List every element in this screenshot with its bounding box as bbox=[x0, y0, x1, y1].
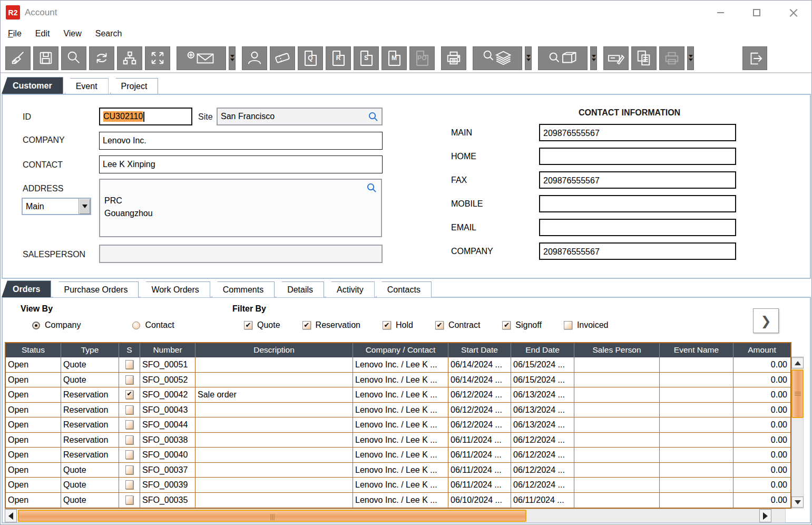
horizontal-scroll-thumb[interactable] bbox=[18, 510, 526, 522]
table-row[interactable]: OpenReservationSFO_00040Lenovo Inc. / Le… bbox=[6, 448, 790, 463]
column-header-company-contact[interactable]: Company / Contact bbox=[353, 343, 448, 357]
checkbox-hold-checked[interactable] bbox=[383, 321, 391, 329]
maximize-button[interactable] bbox=[751, 7, 762, 18]
search-stack-button[interactable] bbox=[472, 46, 523, 71]
table-row[interactable]: OpenQuoteSFO_00035Lenovo Inc. / Lee K ..… bbox=[6, 493, 790, 508]
minimize-button[interactable] bbox=[715, 7, 726, 18]
tab-purchase-orders[interactable]: Purchase Orders bbox=[53, 281, 139, 297]
home-field[interactable] bbox=[539, 148, 736, 165]
rename-button[interactable] bbox=[603, 46, 629, 71]
vertical-scroll-thumb[interactable] bbox=[791, 370, 804, 418]
checkbox-signoff-checked[interactable] bbox=[502, 321, 511, 329]
menu-edit[interactable]: Edit bbox=[35, 29, 50, 38]
company-field[interactable]: Lenovo Inc. bbox=[99, 132, 383, 150]
row-s-checkbox-unchecked[interactable] bbox=[125, 375, 133, 384]
table-row[interactable]: OpenReservationSFO_00044Lenovo Inc. / Le… bbox=[6, 417, 790, 433]
radio-contact[interactable] bbox=[132, 322, 140, 329]
save-button[interactable] bbox=[33, 46, 59, 71]
row-s-checkbox-unchecked[interactable] bbox=[125, 450, 133, 459]
column-header-event-name[interactable]: Event Name bbox=[660, 343, 733, 357]
row-s-checkbox-checked[interactable] bbox=[125, 390, 133, 399]
view-by-contact[interactable]: Contact bbox=[132, 320, 174, 330]
checkbox-contract-checked[interactable] bbox=[435, 321, 444, 329]
email-field[interactable] bbox=[539, 219, 736, 236]
menu-view[interactable]: View bbox=[63, 29, 81, 38]
site-search-icon[interactable] bbox=[368, 112, 378, 122]
tab-contacts[interactable]: Contacts bbox=[376, 281, 432, 297]
tab-orders[interactable]: Orders bbox=[2, 280, 51, 297]
filter-quote[interactable]: Quote bbox=[244, 320, 280, 330]
row-s-checkbox-unchecked[interactable] bbox=[125, 405, 133, 414]
column-header-description[interactable]: Description bbox=[195, 343, 353, 357]
mobile-field[interactable] bbox=[539, 195, 736, 212]
clear-button[interactable] bbox=[5, 46, 31, 71]
next-page-button[interactable]: ❯ bbox=[753, 308, 779, 333]
column-header-amount[interactable]: Amount bbox=[733, 343, 790, 357]
print-device-button[interactable] bbox=[441, 46, 467, 71]
scroll-down-button[interactable] bbox=[791, 497, 804, 508]
column-header-s[interactable]: S bbox=[119, 343, 140, 357]
row-s-checkbox-unchecked[interactable] bbox=[125, 495, 133, 504]
menu-search[interactable]: Search bbox=[95, 29, 122, 38]
address-search-icon[interactable] bbox=[367, 183, 377, 193]
filter-signoff[interactable]: Signoff bbox=[502, 320, 542, 330]
column-header-status[interactable]: Status bbox=[6, 343, 61, 357]
contact-button[interactable] bbox=[241, 46, 268, 71]
address-field[interactable]: PRC Gouangzhou bbox=[99, 179, 382, 237]
id-field[interactable]: CU302110 bbox=[99, 108, 192, 125]
row-s-checkbox-unchecked[interactable] bbox=[125, 360, 133, 369]
scroll-up-button[interactable] bbox=[791, 357, 804, 368]
row-s-checkbox-unchecked[interactable] bbox=[125, 465, 133, 474]
misc-doc-button[interactable]: M bbox=[381, 46, 407, 71]
table-row[interactable]: OpenQuoteSFO_00051Lenovo Inc. / Lee K ..… bbox=[6, 357, 790, 373]
refresh-button[interactable] bbox=[89, 46, 115, 71]
ticket-button[interactable] bbox=[269, 46, 296, 71]
tab-work-orders[interactable]: Work Orders bbox=[140, 281, 210, 297]
main-field[interactable]: 209876555567 bbox=[539, 124, 736, 141]
radio-company-selected[interactable] bbox=[32, 322, 40, 329]
column-header-sales-person[interactable]: Sales Person bbox=[574, 343, 660, 357]
contact-field[interactable]: Lee K Xinping bbox=[99, 155, 383, 173]
tab-project[interactable]: Project bbox=[110, 78, 159, 94]
row-s-checkbox-unchecked[interactable] bbox=[125, 420, 133, 429]
search-button[interactable] bbox=[61, 46, 87, 71]
checkbox-invoiced-unchecked[interactable] bbox=[564, 321, 572, 329]
checkbox-reservation-checked[interactable] bbox=[302, 321, 311, 329]
signoff-doc-button[interactable]: S bbox=[353, 46, 379, 71]
table-row[interactable]: OpenReservationSFO_00038Lenovo Inc. / Le… bbox=[6, 433, 790, 448]
tab-comments[interactable]: Comments bbox=[212, 281, 275, 297]
table-row[interactable]: OpenQuoteSFO_00037Lenovo Inc. / Lee K ..… bbox=[6, 463, 790, 478]
tab-customer[interactable]: Customer bbox=[2, 77, 63, 94]
table-row[interactable]: OpenQuoteSFO_00052Lenovo Inc. / Lee K ..… bbox=[6, 373, 790, 388]
new-message-button[interactable] bbox=[176, 46, 227, 71]
tab-event[interactable]: Event bbox=[65, 78, 109, 94]
column-header-start-date[interactable]: Start Date bbox=[448, 343, 511, 357]
hierarchy-button[interactable] bbox=[116, 46, 143, 71]
column-header-end-date[interactable]: End Date bbox=[511, 343, 574, 357]
copy-button[interactable] bbox=[631, 46, 657, 71]
column-header-type[interactable]: Type bbox=[61, 343, 119, 357]
filter-reservation[interactable]: Reservation bbox=[302, 320, 360, 330]
exit-button[interactable] bbox=[742, 46, 768, 71]
table-row[interactable]: OpenReservationSFO_00043Lenovo Inc. / Le… bbox=[6, 403, 790, 418]
filter-hold[interactable]: Hold bbox=[383, 320, 413, 330]
search-item-dropdown[interactable] bbox=[590, 46, 598, 71]
search-item-button[interactable] bbox=[537, 46, 588, 71]
fax-field[interactable]: 209876555567 bbox=[539, 171, 736, 189]
filter-invoiced[interactable]: Invoiced bbox=[564, 320, 609, 330]
site-field[interactable]: San Francisco bbox=[217, 108, 383, 125]
close-button[interactable] bbox=[788, 7, 799, 18]
dropdown-arrow-button[interactable] bbox=[79, 199, 90, 214]
table-row[interactable]: OpenReservationSFO_00042Sale orderLenovo… bbox=[6, 387, 790, 403]
checkbox-quote-checked[interactable] bbox=[244, 321, 252, 329]
expand-button[interactable] bbox=[144, 46, 171, 71]
view-by-company[interactable]: Company bbox=[32, 320, 81, 330]
scroll-right-button[interactable] bbox=[759, 509, 771, 522]
scroll-left-button[interactable] bbox=[5, 509, 17, 522]
filter-contract[interactable]: Contract bbox=[435, 320, 480, 330]
table-row[interactable]: OpenQuoteSFO_00039Lenovo Inc. / Lee K ..… bbox=[6, 478, 790, 493]
row-s-checkbox-unchecked[interactable] bbox=[125, 435, 133, 444]
quote-doc-button[interactable]: Q bbox=[297, 46, 324, 71]
salesperson-field[interactable] bbox=[99, 245, 383, 263]
column-header-number[interactable]: Number bbox=[140, 343, 195, 357]
